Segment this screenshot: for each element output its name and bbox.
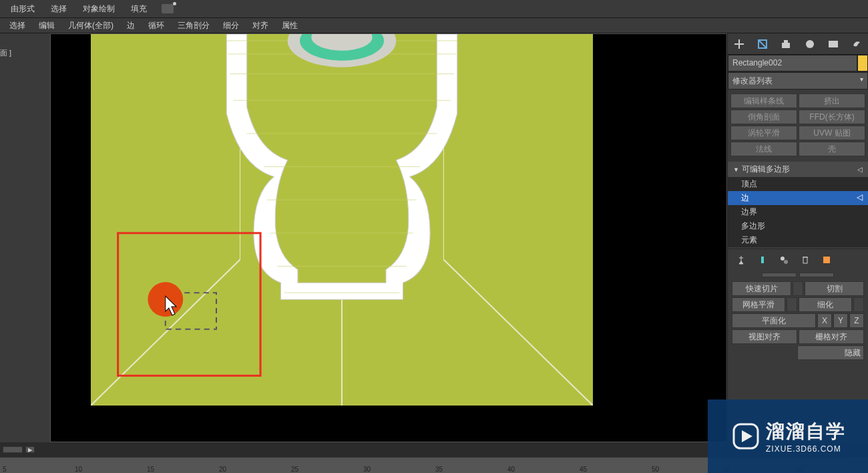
pin-stack-icon[interactable] <box>734 253 748 267</box>
modifier-stack: ▼ 可编辑多边形 ◁ 顶点 边 ◁ 边界 多边形 元素 <box>728 162 868 247</box>
cut-button[interactable]: 切割 <box>805 281 864 296</box>
svg-rect-27 <box>761 257 764 263</box>
stack-item-edge[interactable]: 边 ◁ <box>728 191 868 205</box>
menu2-geometry-all[interactable]: 几何体(全部) <box>61 18 120 33</box>
msmooth-settings[interactable] <box>787 297 797 312</box>
mod-shell-button[interactable]: 壳 <box>799 142 865 156</box>
menu-freeform[interactable]: 由形式 <box>3 1 43 17</box>
timeline-tick: 40 <box>505 466 577 473</box>
object-color-swatch[interactable] <box>857 55 868 71</box>
msmooth-button[interactable]: 网格平滑 <box>732 297 785 312</box>
motion-tab-icon[interactable] <box>803 37 817 51</box>
watermark: 溜溜自学 ZIXUE.3D66.COM <box>708 400 868 473</box>
svg-point-28 <box>781 257 785 261</box>
timeline-tick: 45 <box>577 466 649 473</box>
remove-modifier-icon[interactable] <box>799 253 812 267</box>
make-planar-button[interactable]: 平面化 <box>732 313 816 328</box>
watermark-logo-icon <box>730 420 762 452</box>
timeline-tick: 10 <box>72 466 144 473</box>
watermark-url: ZIXUE.3D66.COM <box>766 444 841 454</box>
stack-item-border[interactable]: 边界 <box>728 205 868 219</box>
stack-item-edge-label: 边 <box>741 192 749 204</box>
quickslice-settings[interactable] <box>793 281 803 296</box>
horizontal-scrollbar[interactable] <box>3 446 23 453</box>
viewport-label: 面 ] <box>0 48 11 58</box>
planar-y-button[interactable]: Y <box>833 313 848 328</box>
grid-align-button[interactable]: 栅格对齐 <box>799 329 864 344</box>
menu-select[interactable]: 选择 <box>43 1 75 17</box>
quickslice-button[interactable]: 快速切片 <box>732 281 791 296</box>
scroll-right-button[interactable]: ▶ <box>25 446 35 453</box>
mod-edit-spline-button[interactable]: 编辑样条线 <box>730 94 797 108</box>
menu2-subdivide[interactable]: 细分 <box>216 18 246 33</box>
timeline-tick: 20 <box>216 466 288 473</box>
menu-fill[interactable]: 填充 <box>123 1 155 17</box>
stack-toggle-icon[interactable]: ◁ <box>857 166 863 173</box>
menu2-loop[interactable]: 循环 <box>142 18 171 33</box>
svg-rect-26 <box>829 41 838 47</box>
stack-collapse-icon: ▼ <box>733 166 739 173</box>
planar-x-button[interactable]: X <box>817 313 832 328</box>
make-unique-icon[interactable] <box>777 253 791 267</box>
tessellate-button[interactable]: 细化 <box>799 297 852 312</box>
object-name-row: Rectangle002 <box>728 55 868 72</box>
menu-object-paint[interactable]: 对象绘制 <box>75 1 123 17</box>
watermark-title: 溜溜自学 <box>766 419 846 444</box>
stack-item-polygon[interactable]: 多边形 <box>728 219 868 233</box>
menu2-align[interactable]: 对齐 <box>246 18 275 33</box>
svg-rect-31 <box>823 257 830 263</box>
mod-uvw-map-button[interactable]: UVW 贴图 <box>799 126 865 140</box>
svg-rect-24 <box>784 40 788 43</box>
utilities-tab-icon[interactable] <box>849 37 864 51</box>
svg-point-29 <box>784 260 788 264</box>
menu2-properties[interactable]: 属性 <box>275 18 304 33</box>
tessellate-settings[interactable] <box>853 297 864 312</box>
stack-item-edge-indicator-icon: ◁ <box>857 192 863 204</box>
object-name-input[interactable]: Rectangle002 <box>728 55 857 71</box>
timeline-tick: 5 <box>0 466 72 473</box>
viewport-scene <box>91 34 593 406</box>
menu2-edge[interactable]: 边 <box>120 18 142 33</box>
left-strip: 面 ] <box>0 33 50 442</box>
display-tab-icon[interactable] <box>826 37 841 51</box>
mod-extrude-button[interactable]: 挤出 <box>799 94 865 108</box>
planar-z-button[interactable]: Z <box>849 313 864 328</box>
create-tab-icon[interactable] <box>732 37 746 51</box>
secondary-menu-bar: 选择 编辑 几何体(全部) 边 循环 三角剖分 细分 对齐 属性 <box>0 17 868 33</box>
stack-header-editable-poly[interactable]: ▼ 可编辑多边形 ◁ <box>728 162 868 177</box>
command-panel: Rectangle002 修改器列表 编辑样条线 挤出 倒角剖面 FFD(长方体… <box>727 33 868 442</box>
configure-modifier-sets-icon[interactable] <box>820 253 833 267</box>
stack-header-label: 可编辑多边形 <box>742 164 790 175</box>
menu2-triangulate[interactable]: 三角剖分 <box>171 18 216 33</box>
stack-tools-row <box>728 249 868 271</box>
hierarchy-tab-icon[interactable] <box>779 37 793 51</box>
viewport[interactable] <box>50 33 727 442</box>
main-area: 面 ] <box>0 33 868 442</box>
menu2-edit[interactable]: 编辑 <box>32 18 61 33</box>
edit-geometry-rollout: 快速切片 切割 网格平滑 细化 平面化 X Y Z 视图对齐 栅格对齐 <box>728 279 868 364</box>
svg-rect-30 <box>803 257 807 263</box>
svg-rect-23 <box>782 43 790 48</box>
mod-normal-button[interactable]: 法线 <box>730 142 797 156</box>
modifier-list-dropdown[interactable]: 修改器列表 <box>728 72 868 90</box>
rollout-separator[interactable] <box>728 271 868 279</box>
modifier-quick-buttons: 编辑样条线 挤出 倒角剖面 FFD(长方体) 涡轮平滑 UVW 贴图 法线 壳 <box>728 90 868 160</box>
primary-menu-bar: 由形式 选择 对象绘制 填充 <box>0 0 868 17</box>
timeline-tick: 15 <box>144 466 216 473</box>
show-end-result-icon[interactable] <box>756 253 769 267</box>
mod-turbosmooth-button[interactable]: 涡轮平滑 <box>730 126 797 140</box>
menu2-select[interactable]: 选择 <box>3 18 32 33</box>
modify-tab-icon[interactable] <box>755 37 770 51</box>
notification-icon[interactable] <box>162 4 174 13</box>
mod-ffd-box-button[interactable]: FFD(长方体) <box>799 110 865 124</box>
mod-bevel-profile-button[interactable]: 倒角剖面 <box>730 110 797 124</box>
svg-point-25 <box>806 40 814 48</box>
timeline-tick: 35 <box>433 466 505 473</box>
timeline-tick: 25 <box>288 466 361 473</box>
timeline-tick: 30 <box>361 466 433 473</box>
view-align-button[interactable]: 视图对齐 <box>732 329 797 344</box>
unhide-button[interactable]: 隐藏 <box>797 345 864 360</box>
command-panel-tabs <box>728 33 868 55</box>
stack-item-element[interactable]: 元素 <box>728 233 868 247</box>
stack-item-vertex[interactable]: 顶点 <box>728 177 868 191</box>
